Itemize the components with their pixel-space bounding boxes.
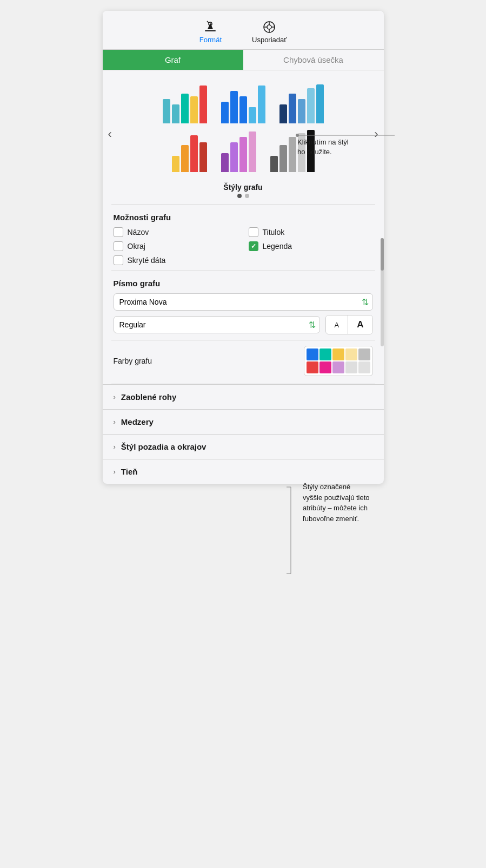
checkbox-skryte: Skryté dáta: [114, 255, 238, 265]
annotation-arrow-2: [291, 487, 296, 595]
font-increase-button[interactable]: A: [348, 315, 372, 334]
tien-label: Tieň: [121, 467, 138, 476]
page-wrapper: Formát Usporiadať Graf Chybová úse: [11, 11, 475, 868]
chart-style-1[interactable]: [161, 82, 209, 126]
swatch-1[interactable]: [307, 348, 318, 360]
page-dots: [103, 194, 384, 198]
toolbar: Formát Usporiadať: [103, 11, 384, 50]
nazov-label: Názov: [128, 228, 149, 236]
medzery-section[interactable]: › Medzery: [103, 409, 384, 434]
font-style-select[interactable]: Regular: [114, 316, 320, 333]
scrollbar[interactable]: [381, 238, 384, 346]
swatch-9[interactable]: [345, 361, 357, 373]
moznosti-section: Možnosti grafu Názov Titulok Okraj: [103, 205, 384, 271]
chart-style-4[interactable]: [170, 131, 209, 174]
chart-style-5[interactable]: [219, 131, 258, 174]
swatch-6[interactable]: [307, 361, 318, 373]
checkbox-okraj: Okraj: [114, 241, 238, 251]
checkbox-titulok: Titulok: [249, 227, 373, 237]
checkbox-legenda: Legenda: [249, 241, 373, 251]
pismo-section: Písmo grafu Proxima Nova ⇅ Regular ⇅: [103, 271, 384, 340]
dot-2[interactable]: [245, 194, 249, 198]
font-style-row: Regular ⇅ A A: [114, 315, 373, 334]
color-swatches[interactable]: [304, 346, 373, 376]
moznosti-title: Možnosti grafu: [114, 213, 373, 222]
swatch-10[interactable]: [358, 361, 370, 373]
dot-1[interactable]: [237, 194, 242, 198]
zaoblene-section[interactable]: › Zaoblené rohy: [103, 384, 384, 409]
font-style-select-wrapper: Regular ⇅: [114, 316, 320, 333]
styl-section[interactable]: › Štýl pozadia a okrajov: [103, 434, 384, 459]
arrange-icon: [262, 19, 277, 35]
swatch-3[interactable]: [332, 348, 344, 360]
annotation-top: Kliknutím na štýlho použite.: [297, 119, 411, 157]
swatch-2[interactable]: [319, 348, 331, 360]
styl-arrow-icon: ›: [114, 443, 116, 451]
format-panel: Formát Usporiadať Graf Chybová úse: [103, 11, 384, 484]
svg-line-2: [207, 21, 209, 23]
swatch-8[interactable]: [332, 361, 344, 373]
chart-styles-label: Štýly grafu: [103, 183, 384, 192]
format-icon: [203, 19, 218, 35]
checkbox-nazov: Názov: [114, 227, 238, 237]
svg-point-4: [267, 25, 271, 29]
tien-section[interactable]: › Tieň: [103, 459, 384, 484]
skryte-label: Skryté dáta: [128, 256, 166, 265]
farby-section: Farby grafu: [103, 340, 384, 384]
tab-row: Graf Chybová úsečka: [103, 50, 384, 70]
annotation-bottom: Štýly označenévyššie používajú tietoatri…: [297, 482, 432, 524]
format-button[interactable]: Formát: [184, 16, 237, 47]
styl-label: Štýl pozadia a okrajov: [121, 442, 207, 451]
swatch-5[interactable]: [358, 348, 370, 360]
swatch-7[interactable]: [319, 361, 331, 373]
format-label: Formát: [199, 36, 222, 44]
tab-graf[interactable]: Graf: [103, 50, 243, 70]
svg-point-10: [296, 134, 299, 137]
arrange-button[interactable]: Usporiadať: [237, 16, 302, 47]
farby-label: Farby grafu: [114, 357, 152, 365]
legenda-label: Legenda: [263, 242, 292, 251]
scroll-thumb[interactable]: [381, 238, 384, 271]
okraj-label: Okraj: [128, 242, 145, 251]
pismo-title: Písmo grafu: [114, 279, 373, 288]
medzery-label: Medzery: [121, 417, 154, 426]
font-decrease-button[interactable]: A: [326, 315, 349, 334]
tien-arrow-icon: ›: [114, 468, 116, 476]
font-size-buttons: A A: [325, 315, 373, 334]
font-name-select[interactable]: Proxima Nova: [114, 293, 373, 311]
checkbox-grid: Názov Titulok Okraj Legenda: [114, 227, 373, 265]
chart-style-2[interactable]: [219, 82, 268, 126]
medzery-arrow-icon: ›: [114, 418, 116, 426]
swatch-4[interactable]: [345, 348, 357, 360]
arrange-label: Usporiadať: [252, 36, 287, 44]
skryte-checkbox[interactable]: [114, 255, 123, 265]
zaoblene-arrow-icon: ›: [114, 393, 116, 401]
annotation-text-2: Štýly označenévyššie používajú tietoatri…: [303, 482, 432, 524]
okraj-checkbox[interactable]: [114, 241, 123, 251]
font-name-select-wrapper: Proxima Nova ⇅: [114, 293, 373, 311]
legenda-checkbox[interactable]: [249, 241, 258, 251]
zaoblene-label: Zaoblené rohy: [121, 392, 177, 402]
nav-left-button[interactable]: ‹: [104, 125, 116, 143]
font-name-row: Proxima Nova ⇅: [114, 293, 373, 311]
tab-chybova[interactable]: Chybová úsečka: [243, 50, 384, 70]
nazov-checkbox[interactable]: [114, 227, 123, 237]
svg-rect-0: [205, 30, 216, 31]
titulok-label: Titulok: [263, 228, 285, 236]
titulok-checkbox[interactable]: [249, 227, 258, 237]
